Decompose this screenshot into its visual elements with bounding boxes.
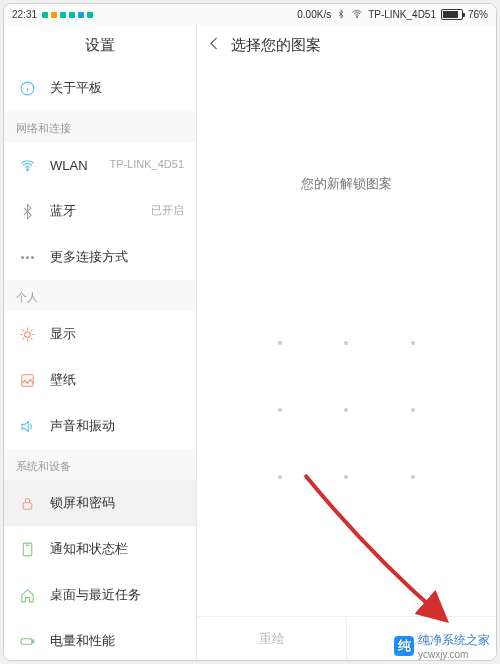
svg-point-0 [357, 16, 358, 17]
svg-point-7 [31, 256, 33, 258]
sidebar-item-label: WLAN [50, 158, 109, 173]
sidebar-item-label: 声音和振动 [50, 417, 184, 435]
svg-line-13 [22, 329, 23, 330]
watermark-logo: 纯 [394, 636, 414, 656]
settings-sidebar[interactable]: 设置 关于平板 网络和连接 WLAN TP-LINK_4D51 蓝牙 [4, 25, 197, 660]
svg-point-8 [24, 331, 30, 337]
back-button[interactable] [205, 35, 223, 56]
sound-icon [16, 418, 38, 435]
sidebar-item-desktop[interactable]: 桌面与最近任务 [4, 572, 196, 618]
svg-line-14 [31, 338, 32, 339]
bluetooth-icon [16, 203, 38, 220]
sidebar-item-label: 桌面与最近任务 [50, 586, 184, 604]
sidebar-item-wlan[interactable]: WLAN TP-LINK_4D51 [4, 142, 196, 188]
pattern-grid[interactable] [247, 310, 447, 510]
status-indicators [42, 12, 93, 18]
wifi-icon [16, 157, 38, 174]
lock-icon [16, 495, 38, 512]
battery-percent: 76% [468, 9, 488, 20]
content-header: 选择您的图案 [197, 25, 496, 65]
sidebar-item-wallpaper[interactable]: 壁纸 [4, 357, 196, 403]
svg-point-6 [26, 256, 28, 258]
svg-line-16 [31, 329, 32, 330]
status-time: 22:31 [12, 9, 37, 20]
page-title: 选择您的图案 [231, 36, 321, 55]
status-bar: 22:31 0.00K/s TP-LINK_4D51 76% [4, 4, 496, 25]
network-speed: 0.00K/s [297, 9, 331, 20]
watermark: 纯 纯净系统之家 ycwxjy.com [394, 632, 490, 660]
svg-rect-21 [21, 638, 32, 644]
notification-icon [16, 541, 38, 558]
section-system: 系统和设备 [4, 449, 196, 480]
sidebar-item-label: 显示 [50, 325, 184, 343]
section-network: 网络和连接 [4, 111, 196, 142]
sidebar-item-label: 壁纸 [50, 371, 184, 389]
sidebar-item-lock[interactable]: 锁屏和密码 [4, 480, 196, 526]
pattern-hint: 您的新解锁图案 [301, 175, 392, 193]
sidebar-item-label: 蓝牙 [50, 202, 151, 220]
svg-rect-22 [32, 640, 33, 643]
battery-icon [16, 633, 38, 650]
svg-point-5 [21, 256, 23, 258]
sidebar-item-label: 关于平板 [50, 79, 184, 97]
wallpaper-icon [16, 372, 38, 389]
svg-rect-18 [23, 502, 32, 508]
battery-icon [441, 9, 463, 20]
sidebar-item-battery[interactable]: 电量和性能 [4, 618, 196, 660]
svg-point-4 [26, 168, 28, 170]
sidebar-item-label: 电量和性能 [50, 632, 184, 650]
sidebar-item-bluetooth[interactable]: 蓝牙 已开启 [4, 188, 196, 234]
home-icon [16, 587, 38, 604]
sidebar-item-value: TP-LINK_4D51 [109, 158, 184, 171]
watermark-name: 纯净系统之家 [418, 632, 490, 649]
sidebar-item-display[interactable]: 显示 [4, 311, 196, 357]
sidebar-item-value: 已开启 [151, 204, 184, 217]
sidebar-item-label: 通知和状态栏 [50, 540, 184, 558]
redraw-button[interactable]: 重绘 [197, 617, 347, 660]
svg-line-15 [22, 338, 23, 339]
sidebar-item-notify[interactable]: 通知和状态栏 [4, 526, 196, 572]
watermark-url: ycwxjy.com [418, 649, 490, 660]
content-pane: 选择您的图案 您的新解锁图案 重绘 [197, 25, 496, 660]
bluetooth-icon [336, 9, 346, 21]
button-label: 重绘 [259, 630, 285, 648]
sidebar-item-sound[interactable]: 声音和振动 [4, 403, 196, 449]
more-icon [16, 249, 38, 266]
sidebar-title: 设置 [4, 25, 196, 65]
sidebar-item-label: 锁屏和密码 [50, 494, 184, 512]
sidebar-item-label: 更多连接方式 [50, 248, 184, 266]
display-icon [16, 326, 38, 343]
section-personal: 个人 [4, 280, 196, 311]
sidebar-item-more[interactable]: 更多连接方式 [4, 234, 196, 280]
info-icon [16, 80, 38, 97]
sidebar-item-about[interactable]: 关于平板 [4, 65, 196, 111]
wifi-icon [351, 8, 363, 22]
network-name: TP-LINK_4D51 [368, 9, 436, 20]
